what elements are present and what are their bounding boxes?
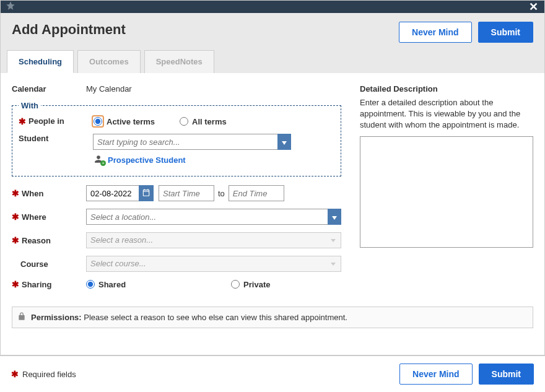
tab-outcomes[interactable]: Outcomes bbox=[77, 50, 141, 73]
calendar-value: My Calendar bbox=[86, 84, 132, 94]
lock-icon bbox=[17, 312, 26, 323]
prospective-student-link[interactable]: Prospective Student bbox=[108, 155, 186, 165]
active-terms-label: Active terms bbox=[107, 117, 155, 126]
private-label: Private bbox=[243, 280, 270, 289]
star-icon bbox=[6, 3, 15, 12]
permissions-text: Please select a reason to see who else c… bbox=[84, 313, 347, 322]
submit-button-footer[interactable]: Submit bbox=[479, 364, 534, 385]
end-time-input[interactable] bbox=[229, 185, 284, 201]
submit-button[interactable]: Submit bbox=[478, 22, 533, 43]
student-search-input[interactable] bbox=[93, 134, 277, 150]
required-asterisk: ✱ bbox=[12, 188, 19, 198]
description-body: Enter a detailed description about the a… bbox=[360, 97, 533, 131]
people-in-label: People in bbox=[28, 116, 64, 126]
student-label: Student bbox=[19, 134, 48, 143]
private-radio[interactable] bbox=[231, 280, 240, 289]
never-mind-button[interactable]: Never Mind bbox=[399, 22, 471, 43]
description-textarea[interactable] bbox=[360, 136, 533, 248]
where-label: Where bbox=[22, 212, 46, 222]
page-title: Add Appointment bbox=[12, 22, 126, 38]
required-asterisk: ✱ bbox=[11, 369, 19, 379]
chevron-down-icon bbox=[282, 137, 287, 147]
when-label: When bbox=[22, 189, 43, 198]
calendar-icon bbox=[142, 188, 150, 199]
shared-radio[interactable] bbox=[86, 280, 95, 289]
description-title: Detailed Description bbox=[360, 84, 533, 94]
course-select[interactable]: Select course... bbox=[86, 256, 341, 272]
close-icon[interactable]: ✕ bbox=[529, 1, 538, 12]
chevron-down-icon bbox=[332, 212, 337, 222]
all-terms-radio[interactable] bbox=[180, 117, 188, 126]
student-dropdown-button[interactable] bbox=[277, 134, 291, 150]
all-terms-label: All terms bbox=[192, 117, 227, 126]
permissions-label: Permissions: bbox=[31, 313, 82, 322]
user-plus-icon: + bbox=[94, 155, 104, 165]
required-asterisk: ✱ bbox=[12, 212, 19, 222]
date-input[interactable] bbox=[86, 185, 139, 201]
calendar-button[interactable] bbox=[139, 185, 154, 201]
to-text: to bbox=[214, 189, 229, 198]
tab-speednotes[interactable]: SpeedNotes bbox=[144, 50, 214, 73]
never-mind-button-footer[interactable]: Never Mind bbox=[399, 364, 472, 385]
start-time-input[interactable] bbox=[159, 185, 214, 201]
with-group: With ✱ People in Active terms All terms bbox=[12, 101, 341, 176]
required-fields-text: Required fields bbox=[22, 370, 76, 379]
reason-select[interactable]: Select a reason... bbox=[86, 232, 341, 248]
where-dropdown-button[interactable] bbox=[328, 209, 341, 225]
where-select[interactable] bbox=[86, 209, 328, 225]
sharing-label: Sharing bbox=[22, 280, 51, 289]
required-asterisk: ✱ bbox=[12, 279, 19, 289]
required-asterisk: ✱ bbox=[12, 235, 19, 245]
active-terms-radio[interactable] bbox=[94, 117, 102, 126]
course-label: Course bbox=[20, 259, 48, 269]
calendar-label: Calendar bbox=[12, 84, 46, 94]
tab-scheduling[interactable]: Scheduling bbox=[7, 50, 74, 73]
shared-label: Shared bbox=[98, 280, 126, 289]
required-asterisk: ✱ bbox=[19, 116, 26, 126]
with-legend: With bbox=[19, 101, 41, 110]
reason-label: Reason bbox=[22, 236, 51, 245]
